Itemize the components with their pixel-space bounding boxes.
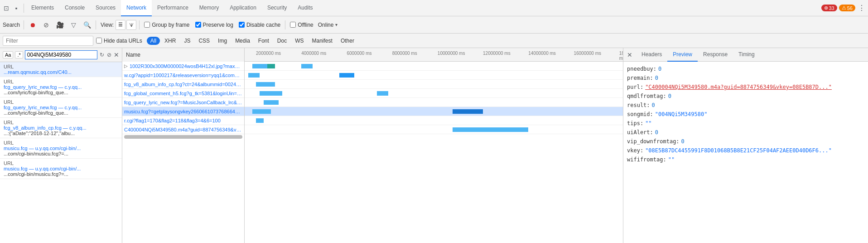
search-options-bar: Aa .* ↻ ⊘ ✕ [0, 48, 122, 62]
more-options-button[interactable]: ⋮ [857, 4, 866, 13]
list-item[interactable]: URL musicu.fcg — u.y.qq.com/cgi-bin/... … [0, 138, 122, 159]
toolbar-sep-3 [139, 20, 140, 29]
row-name: 1002R300x300M0000024wosB4H12xl.jpg?max_a… [130, 63, 242, 69]
aa-button[interactable]: Aa [3, 51, 13, 58]
search-button[interactable]: 🔍 [81, 19, 93, 31]
filter-font-button[interactable]: Font [255, 37, 273, 45]
detail-val: 0 [668, 92, 671, 100]
stop-button[interactable]: ⊘ [40, 19, 52, 31]
tab-application[interactable]: Application [224, 0, 262, 16]
tab-elements[interactable]: Elements [26, 0, 59, 16]
regex-button[interactable]: .* [15, 51, 23, 58]
preserve-log-label[interactable]: Preserve log [193, 22, 235, 28]
tab-sources[interactable]: Sources [90, 0, 121, 16]
list-item[interactable]: URL fcg_query_lyric_new.fcg — c.y.qq... … [0, 97, 122, 118]
detail-val: "" [668, 156, 675, 164]
network-row-name-4[interactable]: fcg_global_comment_h5.fcg?g_tk=5381&logi… [122, 89, 244, 98]
row-arrow: ▷ [124, 63, 128, 68]
search-refresh-button[interactable]: ↻ [99, 49, 105, 61]
detail-val: "004NQi5M349580" [655, 110, 708, 118]
network-row-name-6[interactable]: musicu.fcg?=getplaysongvkey2660661073768… [122, 107, 244, 116]
result-type: URL [4, 120, 118, 125]
filter-js-button[interactable]: JS [180, 37, 194, 45]
group-by-frame-label[interactable]: Group by frame [142, 22, 191, 28]
waterfall-row-5 [245, 98, 623, 107]
filter-img-button[interactable]: Img [214, 37, 231, 45]
filter-all-button[interactable]: All [147, 37, 160, 45]
detail-tabs: ✕ Headers Preview Response Timing [623, 48, 868, 62]
list-item[interactable]: URL fcg_v8_album_info_cp.fcg — c.y.qq...… [0, 118, 122, 138]
network-row-name-3[interactable]: fcg_v8_album_info_cp.fcg?ct=24&albummid=… [122, 80, 244, 89]
bars-inner [245, 62, 623, 134]
filter-ws-button[interactable]: WS [291, 37, 307, 45]
hide-urls-checkbox[interactable] [96, 38, 102, 44]
network-row-name-2[interactable]: w.cgi?appid=1000217&releaseversion=yqq1&… [122, 71, 244, 80]
detail-key: premain: [627, 74, 653, 82]
filter-input[interactable] [3, 36, 93, 46]
dock-icon[interactable]: ⊡ [2, 4, 11, 13]
filter-other-button[interactable]: Other [337, 37, 358, 45]
timeline-mark-2: 4000000 ms [301, 51, 326, 56]
tab-console[interactable]: Console [59, 0, 90, 16]
network-row-name-5[interactable]: fcg_query_lyric_new.fcg?=MusicJsonCallba… [122, 98, 244, 107]
tab-response[interactable]: Response [698, 48, 733, 62]
list-item[interactable]: URL ...ream.qqmusic.qq.com/C40... [0, 62, 122, 77]
timeline-mark-7: 14000000 ms [528, 51, 556, 56]
detail-line-vkey: vkey: "08E5B87DC4455991F8D01068B5B8E21CF… [627, 146, 864, 155]
group-by-frame-checkbox[interactable] [144, 22, 150, 28]
warn-badge[interactable]: ⚠ 56 [839, 5, 855, 11]
detail-close-button[interactable]: ✕ [623, 49, 636, 61]
result-url: fcg_v8_album_info_cp.fcg — c.y.qq... [4, 125, 117, 131]
tab-timing[interactable]: Timing [733, 48, 760, 62]
view-list-button[interactable]: ☰ [116, 20, 125, 30]
tab-audits[interactable]: Audits [292, 0, 318, 16]
search-input[interactable] [25, 50, 97, 59]
preserve-log-checkbox[interactable] [195, 22, 201, 28]
filter-media-button[interactable]: Media [231, 37, 254, 45]
row-name: musicu.fcg?=getplaysongvkey2660661073768… [124, 109, 242, 114]
search-close-button[interactable]: ✕ [114, 51, 119, 58]
warn-count: 56 [847, 5, 853, 11]
network-row-name-8[interactable]: C400004NQi5M349580.m4a?guid=8874756349&v… [122, 125, 244, 134]
filter-button[interactable]: ▽ [68, 19, 79, 31]
offline-label[interactable]: Offline [288, 22, 315, 28]
network-row-name-7[interactable]: r.cgi?flag1=170&flag2=118&flag3=4&6=100 [122, 116, 244, 125]
detail-line-pneedbuy: pneedbuy: 0 [627, 64, 864, 73]
result-type: URL [4, 79, 118, 84]
record-button[interactable]: ⏺ [27, 19, 39, 31]
tab-headers[interactable]: Headers [636, 48, 667, 62]
tab-security[interactable]: Security [262, 0, 292, 16]
result-sub: ...:{"aDate":"2018-12-12","albu... [4, 131, 118, 136]
tab-divider [24, 4, 24, 13]
online-dropdown-arrow[interactable]: ▾ [335, 22, 338, 27]
hide-urls-label[interactable]: Hide data URLs [96, 38, 142, 44]
filter-doc-button[interactable]: Doc [274, 37, 290, 45]
view-waterfall-button[interactable]: ⩛ [126, 20, 136, 30]
disable-cache-checkbox[interactable] [239, 22, 245, 28]
disable-cache-label[interactable]: Disable cache [237, 22, 282, 28]
offline-checkbox[interactable] [290, 22, 296, 28]
detail-val: 0 [655, 74, 658, 82]
tab-preview[interactable]: Preview [667, 48, 698, 62]
search-results-list: URL ...ream.qqmusic.qq.com/C40... URL fc… [0, 62, 122, 243]
name-column-header[interactable]: Name [122, 48, 245, 62]
disable-cache-text: Disable cache [246, 22, 280, 28]
camera-button[interactable]: 🎥 [54, 19, 66, 31]
network-row-name-1[interactable]: ▷ 1002R300x300M0000024wosB4H12xl.jpg?max… [122, 62, 244, 71]
tab-memory[interactable]: Memory [194, 0, 224, 16]
list-item[interactable]: URL musicu.fcg — u.y.qq.com/cgi-bin/... … [0, 159, 122, 179]
search-clear-button[interactable]: ⊘ [106, 49, 112, 61]
dock-toggle-icon[interactable]: ▪ [12, 4, 21, 13]
result-type: URL [4, 160, 118, 166]
filter-css-button[interactable]: CSS [195, 37, 213, 45]
waterfall-row-3 [245, 80, 623, 89]
mid-panel: Name 2000000 ms 4000000 ms 6000000 ms 80… [122, 48, 623, 243]
tab-performance[interactable]: Performance [152, 0, 194, 16]
filter-xhr-button[interactable]: XHR [161, 37, 179, 45]
detail-key: result: [627, 101, 650, 109]
list-item[interactable]: URL fcg_query_lyric_new.fcg — c.y.qq... … [0, 77, 122, 97]
filter-manifest-button[interactable]: Manifest [309, 37, 336, 45]
error-count: 33 [829, 5, 834, 11]
tab-network[interactable]: Network [121, 0, 152, 16]
error-badge[interactable]: ⊗ 33 [821, 5, 837, 11]
